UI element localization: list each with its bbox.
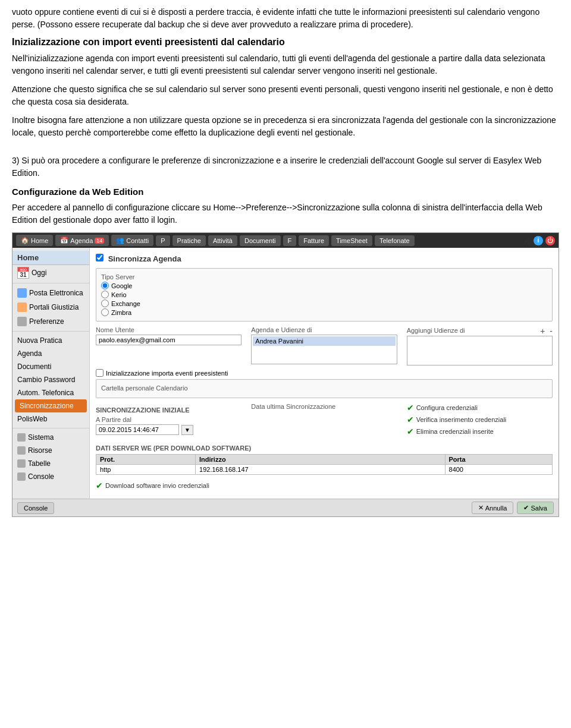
check-icon-4: ✔ <box>96 481 103 490</box>
sidebar: Home ago 31 Oggi Posta Elettronica Porta… <box>12 248 90 499</box>
nav-attivita-button[interactable]: Attività <box>208 235 237 246</box>
sidebar-item-agenda[interactable]: Agenda <box>12 347 89 360</box>
autom-tel-label: Autom. Telefonica <box>17 389 74 397</box>
verifica-cred-btn[interactable]: ✔ Verifica inserimento credenziali <box>407 415 553 424</box>
salva-button[interactable]: ✔ Salva <box>517 502 554 514</box>
plus-minus-controls: + - <box>538 326 553 336</box>
agenda-udienze-list[interactable]: Andrea Pavanini <box>251 335 397 364</box>
data-ultima-label: Data ultima Sincronizzazione <box>251 403 397 410</box>
configura-cred-btn[interactable]: ✔ Configura credenziali <box>407 403 553 412</box>
intro-paragraph: vuoto oppure contiene eventi di cui si è… <box>12 6 559 31</box>
download-cred-btn[interactable]: ✔ Download software invio credenziali <box>96 481 553 490</box>
agenda-udienze-label: Agenda e Udienze di <box>251 326 397 333</box>
sidebar-oggi[interactable]: ago 31 Oggi <box>12 265 89 281</box>
console-label: Console <box>24 505 48 512</box>
check-icon-3: ✔ <box>407 427 414 436</box>
cell-porta: 8400 <box>445 465 552 475</box>
init-import-checkbox[interactable] <box>96 369 103 377</box>
elimina-cred-btn[interactable]: ✔ Elimina credenziali inserite <box>407 427 553 436</box>
app-topbar: 🏠 Home 📅 Agenda 14 👥 Contatti P Pratiche… <box>12 233 559 248</box>
aggiungi-udienze-col: Aggiungi Udienze di + - <box>407 326 553 365</box>
sidebar-item-risorse[interactable]: Risorse <box>12 444 89 457</box>
tabelle-label: Tabelle <box>28 459 51 468</box>
radio-kerio[interactable]: Kerio <box>101 291 547 298</box>
nav-timesheet-button[interactable]: TimeSheet <box>331 235 372 246</box>
a-partire-dal-label: A Partire dal <box>96 416 241 423</box>
app-body: Home ago 31 Oggi Posta Elettronica Porta… <box>12 248 559 499</box>
sync-init-row: SINCRONIZZAZIONE INIZIALE A Partire dal … <box>96 403 553 439</box>
nav-agenda-button[interactable]: 📅 Agenda 14 <box>55 235 109 246</box>
x-icon: ✕ <box>478 504 484 512</box>
sidebar-posta-label: Posta Elettronica <box>29 289 83 297</box>
agenda-udienze-item[interactable]: Andrea Pavanini <box>253 336 395 346</box>
sidebar-divider-2 <box>12 331 89 332</box>
console-button[interactable]: Console <box>17 502 54 514</box>
sync-checkbox-main[interactable] <box>96 254 103 261</box>
main-panel: Sincronizza Agenda Tipo Server Google Ke… <box>90 248 559 499</box>
para-init: Nell'inizializzazione agenda con import … <box>12 52 559 77</box>
dati-server-section: Dati Server WE (per download software) P… <box>96 445 553 475</box>
date-picker-button[interactable]: ▼ <box>181 425 193 435</box>
aggiungi-udienze-list[interactable] <box>407 336 553 365</box>
calendar-icon: ago 31 <box>17 267 29 279</box>
cell-prot: http <box>96 465 196 475</box>
cambio-password-label: Cambio Password <box>17 376 75 384</box>
sync-panel-title: Sincronizza Agenda <box>96 254 553 263</box>
radio-exchange[interactable]: Exchange <box>101 300 547 307</box>
init-import-checkbox-row: Inizializzazione importa eventi preesist… <box>96 369 553 377</box>
nav-documenti-button[interactable]: Documenti <box>240 235 281 246</box>
preferenze-icon <box>17 317 27 326</box>
bottom-bar: Console ✕ Annulla ✔ Salva <box>12 499 559 516</box>
polisweb-label: PolisWeb <box>17 415 47 423</box>
radio-google[interactable]: Google <box>101 282 547 289</box>
nav-home-button[interactable]: 🏠 Home <box>16 235 53 246</box>
radio-zimbra[interactable]: Zimbra <box>101 308 547 316</box>
annulla-label: Annulla <box>485 505 507 512</box>
sidebar-item-tabelle[interactable]: Tabelle <box>12 457 89 470</box>
heading-config: Configurazione da Web Edition <box>12 187 559 197</box>
nav-fatture-button[interactable]: Fatture <box>299 235 329 246</box>
init-import-label: Inizializzazione importa eventi preesist… <box>106 370 228 377</box>
sidebar-item-nuova-pratica[interactable]: Nuova Pratica <box>12 334 89 347</box>
sistema-icon <box>17 433 26 442</box>
sincronizzazione-label: Sincronizzazione <box>20 402 74 410</box>
col-porta: Porta <box>445 455 552 465</box>
agenda-udienze-col: Agenda e Udienze di Andrea Pavanini <box>251 326 397 365</box>
sidebar-item-preferenze[interactable]: Preferenze <box>12 314 89 329</box>
sidebar-item-portali[interactable]: Portali Giustizia <box>12 300 89 314</box>
sincronizzazione-col: SINCRONIZZAZIONE INIZIALE A Partire dal … <box>96 403 241 439</box>
table-row: http 192.168.168.147 8400 <box>96 465 553 475</box>
sidebar-item-sincronizzazione[interactable]: Sincronizzazione <box>15 399 87 412</box>
para-attenzione: Attenzione che questo significa che se s… <box>12 83 559 108</box>
a-partire-dal-input[interactable] <box>96 424 179 435</box>
nav-telefonate-button[interactable]: Telefonate <box>375 235 415 246</box>
sidebar-preferenze-label: Preferenze <box>29 317 64 326</box>
nome-utente-input[interactable] <box>96 335 241 345</box>
sidebar-item-polisweb[interactable]: PolisWeb <box>12 412 89 426</box>
sidebar-item-posta[interactable]: Posta Elettronica <box>12 286 89 300</box>
nav-contatti-button[interactable]: 👥 Contatti <box>111 235 153 246</box>
agenda-badge: 14 <box>95 238 104 244</box>
sidebar-item-sistema[interactable]: Sistema <box>12 431 89 444</box>
sidebar-item-documenti[interactable]: Documenti <box>12 360 89 373</box>
para-config: Per accedere al pannello di configurazio… <box>12 201 559 226</box>
power-button[interactable]: ⏻ <box>545 236 555 245</box>
nav-f-button[interactable]: F <box>283 235 297 246</box>
sidebar-item-autom-tel[interactable]: Autom. Telefonica <box>12 386 89 399</box>
sidebar-item-console[interactable]: Console <box>12 470 89 483</box>
para-3: 3) Si può ora procedere a configurare le… <box>12 155 559 179</box>
annulla-button[interactable]: ✕ Annulla <box>472 502 514 514</box>
plus-button[interactable]: + <box>540 326 545 336</box>
nav-p-button[interactable]: P <box>156 235 170 246</box>
server-table: Prot. Indirizzo Porta http 192.168.168.1… <box>96 454 553 475</box>
nav-pratiche-button[interactable]: Pratiche <box>172 235 206 246</box>
sidebar-item-cambio-password[interactable]: Cambio Password <box>12 373 89 386</box>
salva-label: Salva <box>531 505 547 512</box>
tipo-server-box: Tipo Server Google Kerio Exchange <box>96 268 553 322</box>
server-radio-group: Google Kerio Exchange Zimbra <box>101 282 547 316</box>
sidebar-divider-3 <box>12 428 89 428</box>
check-icon-1: ✔ <box>407 403 414 412</box>
minus-button[interactable]: - <box>550 326 553 336</box>
cartella-box: Cartella personale Calendario <box>96 379 553 398</box>
para-inoltre: Inoltre bisogna fare attenzione a non ut… <box>12 114 559 139</box>
